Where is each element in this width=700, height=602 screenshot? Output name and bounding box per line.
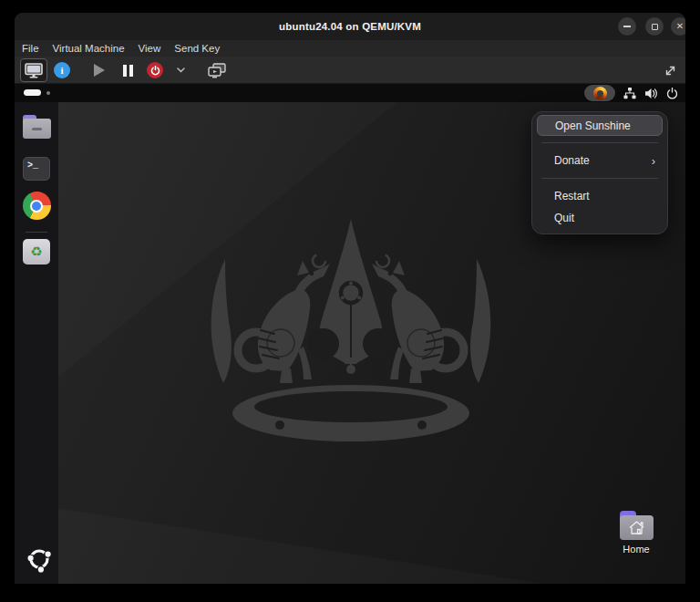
shutdown-menu-button[interactable] — [171, 58, 190, 82]
titlebar[interactable]: ubuntu24.04 on QEMU/KVM ✕ — [15, 13, 685, 40]
dock-item-chrome[interactable] — [22, 192, 51, 220]
dock: >_ ♻ — [15, 102, 58, 584]
close-icon: ✕ — [676, 22, 684, 31]
chevron-down-icon — [177, 67, 185, 73]
trash-icon: ♻ — [23, 239, 50, 265]
window-title: ubuntu24.04 on QEMU/KVM — [15, 13, 685, 40]
volume-icon[interactable] — [644, 88, 658, 99]
dock-item-terminal[interactable]: >_ — [22, 157, 51, 181]
dock-item-trash[interactable]: ♻ — [22, 239, 51, 265]
home-folder-icon — [620, 511, 654, 540]
displays-icon — [208, 63, 226, 78]
terminal-icon: >_ — [23, 157, 50, 181]
sunshine-tray-menu: Open Sunshine Donate › Restart Quit — [531, 111, 668, 234]
dock-item-files[interactable] — [22, 115, 51, 139]
shutdown-button[interactable] — [145, 58, 165, 82]
minimize-icon — [623, 26, 631, 27]
pause-icon — [123, 65, 133, 77]
menu-virtual-machine[interactable]: Virtual Machine — [53, 43, 125, 54]
sunshine-tray-button[interactable] — [584, 85, 615, 101]
vm-details-button[interactable]: i — [53, 58, 71, 82]
ubuntu-logo-icon[interactable] — [26, 545, 53, 573]
menu-item-restart[interactable]: Restart — [532, 185, 667, 207]
info-icon: i — [54, 62, 70, 78]
noble-numbat-crown-wallpaper — [190, 206, 511, 449]
wallpaper-facet — [51, 474, 543, 584]
console-view-button[interactable] — [20, 58, 47, 82]
close-button[interactable]: ✕ — [671, 17, 685, 36]
menubar: File Virtual Machine View Send Key — [15, 40, 685, 57]
toolbar: i — [15, 57, 685, 84]
menu-separator — [541, 178, 658, 179]
system-tray — [584, 84, 678, 102]
house-icon — [628, 520, 645, 535]
chrome-icon — [23, 192, 51, 220]
virt-manager-window: ubuntu24.04 on QEMU/KVM ✕ File Virtual M… — [15, 13, 685, 584]
maximize-button[interactable] — [645, 17, 664, 36]
workspace-active-pill[interactable] — [24, 89, 41, 96]
workspace-dot[interactable] — [46, 91, 50, 95]
menu-send-key[interactable]: Send Key — [174, 43, 220, 54]
dock-separator — [26, 232, 47, 233]
menu-item-open-sunshine[interactable]: Open Sunshine — [537, 115, 663, 136]
shutdown-power-icon — [147, 62, 163, 78]
menu-item-donate[interactable]: Donate › — [532, 150, 667, 171]
files-folder-icon — [23, 115, 51, 139]
home-label: Home — [623, 544, 649, 555]
virtual-displays-button[interactable] — [204, 58, 230, 82]
menu-separator — [541, 142, 658, 143]
play-icon — [94, 64, 105, 77]
power-icon[interactable] — [666, 88, 678, 99]
fullscreen-button[interactable] — [658, 58, 682, 82]
submenu-chevron-icon: › — [652, 154, 667, 168]
monitor-icon — [25, 63, 43, 78]
run-button[interactable] — [89, 58, 109, 82]
menu-file[interactable]: File — [22, 43, 39, 54]
menu-view[interactable]: View — [139, 43, 161, 54]
home-desktop-icon[interactable]: Home — [616, 511, 656, 555]
sunshine-icon — [593, 87, 607, 100]
menu-item-quit[interactable]: Quit — [532, 207, 667, 229]
pause-button[interactable] — [118, 58, 138, 82]
network-icon[interactable] — [623, 88, 636, 99]
fullscreen-expand-icon — [664, 64, 677, 78]
minimize-button[interactable] — [618, 17, 636, 36]
maximize-icon — [652, 24, 658, 30]
guest-top-bar — [15, 84, 685, 102]
